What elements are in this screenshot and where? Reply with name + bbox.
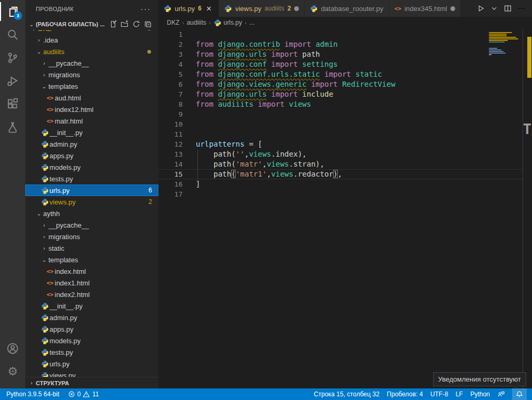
breadcrumb-item[interactable]: ... [249, 19, 255, 26]
line-number: 12 [158, 139, 183, 149]
more-icon[interactable] [517, 4, 526, 13]
tab-views.py[interactable]: views.py audiiits 2 [219, 0, 305, 17]
language-mode[interactable]: Python [470, 391, 490, 398]
code-line-6[interactable]: 6from django.views.generic import Redire… [158, 79, 523, 89]
modified-dot-icon [294, 6, 299, 11]
tree-item-__init__.py[interactable]: __init__.py [25, 127, 158, 138]
activity-item-settings[interactable]: ⚙ [0, 360, 25, 383]
tree-item-aythh[interactable]: ⌄aythh [25, 208, 158, 219]
tree-item-apps.py[interactable]: apps.py [25, 150, 158, 161]
tree-item-models.py[interactable]: models.py [25, 161, 158, 173]
tab-database_roouter.py[interactable]: database_roouter.py [305, 0, 389, 17]
collapse-all-icon[interactable] [144, 20, 152, 28]
code-line-8[interactable]: 8from audiiits import views [158, 99, 523, 109]
outline-section-header[interactable]: › СТРУКТУРА [25, 377, 158, 388]
tree-item-__pycache__[interactable]: ›__pycache__ [25, 57, 158, 69]
eol[interactable]: LF [456, 391, 463, 398]
python-interpreter[interactable]: Python 3.9.5 64-bit [6, 391, 59, 398]
activity-item-explorer[interactable]: 3 [0, 0, 25, 23]
tree-item-apps.py[interactable]: apps.py [25, 323, 158, 335]
tree-item-tests.py[interactable]: tests.py [25, 346, 158, 358]
outline-section-label: СТРУКТУРА [36, 380, 69, 386]
tree-item-index1.html[interactable]: <>index1.html [25, 277, 158, 289]
line-number: 16 [158, 179, 183, 189]
code-line-1[interactable]: 1 [158, 29, 523, 39]
close-icon[interactable]: ✕ [205, 5, 213, 13]
code-line-10[interactable]: 10 [158, 119, 523, 129]
tree-item-__init__.py[interactable]: __init__.py [25, 300, 158, 312]
new-file-icon[interactable] [109, 20, 117, 28]
tree-item-index2.html[interactable]: <>index2.html [25, 289, 158, 300]
code-line-7[interactable]: 7from django.urls import include [158, 89, 523, 99]
html-icon: <> [45, 268, 55, 275]
notifications-button[interactable] [512, 388, 527, 400]
tree-item-templates[interactable]: ⌄templates [25, 80, 158, 92]
tab-urls.py[interactable]: urls.py 6 ✕ [158, 0, 219, 17]
tree-item-urls.py[interactable]: urls.py [25, 358, 158, 370]
gear-icon: ⚙ [7, 366, 18, 377]
code-line-12[interactable]: 12urlpatterns = [ [158, 139, 523, 149]
problems-status[interactable]: 0 11 [68, 391, 99, 398]
code-editor[interactable]: 1 2from django.contrib import admin 3fro… [158, 28, 532, 388]
code-line-3[interactable]: 3from django.urls import path [158, 49, 523, 59]
activity-item-accounts[interactable] [0, 337, 25, 360]
new-folder-icon[interactable] [121, 20, 129, 28]
tree-item-aud.html[interactable]: <>aud.html [25, 92, 158, 104]
code-line-11[interactable]: 11 [158, 129, 523, 139]
tree-item-urls.py[interactable]: urls.py6 [25, 184, 158, 196]
tab-index345.html[interactable]: <>index345.html [389, 0, 460, 17]
code-line-9[interactable]: 9 [158, 109, 523, 119]
activity-item-source-control[interactable] [0, 46, 25, 69]
code-line-2[interactable]: 2from django.contrib import admin [158, 39, 523, 49]
split-editor-icon[interactable] [504, 4, 512, 13]
activity-item-run-debug[interactable] [0, 69, 25, 93]
code-line-5[interactable]: 5from django.conf.urls.static import sta… [158, 69, 523, 79]
tree-item-migrations[interactable]: ›migrations [25, 69, 158, 80]
minimap[interactable] [488, 28, 523, 388]
workspace-section-header[interactable]: ⌄ (РАБОЧАЯ ОБЛАСТЬ) ... [25, 18, 158, 30]
tree-item-admin.py[interactable]: admin.py [25, 138, 158, 150]
tree-item-DKZ[interactable]: ⌄DKZ [25, 30, 158, 34]
code-line-17[interactable]: 17 [158, 189, 523, 199]
tree-item-templates[interactable]: ⌄templates [25, 254, 158, 265]
tree-item-.idea[interactable]: ›.idea [25, 34, 158, 46]
run-icon[interactable] [476, 4, 485, 13]
explorer-sidebar: ПРОВОДНИК ··· ⌄ (РАБОЧАЯ ОБЛАСТЬ) ... ⌄D… [25, 0, 158, 388]
code-line-16[interactable]: 16] [158, 179, 523, 189]
code-line-14[interactable]: 14 path('matr',views.stran), [158, 159, 523, 169]
python-icon [40, 314, 49, 322]
code-line-4[interactable]: 4from django.conf import settings [158, 59, 523, 69]
tree-item-views.py[interactable]: views.py [25, 370, 158, 377]
breadcrumb-item[interactable]: urls.py [214, 19, 242, 27]
refresh-icon[interactable] [132, 20, 140, 28]
chevron-down-icon[interactable] [490, 4, 498, 13]
tree-item-index12.html[interactable]: <>index12.html [25, 104, 158, 115]
code-line-15[interactable]: 15 path('matr1',views.redactor), [158, 169, 523, 179]
activity-item-testing[interactable] [0, 116, 25, 139]
activity-item-extensions[interactable] [0, 93, 25, 116]
tree-item-tests.py[interactable]: tests.py [25, 173, 158, 184]
tree-item-index.html[interactable]: <>index.html [25, 265, 158, 277]
breadcrumb: DKZ›audiiits›urls.py›... [158, 17, 532, 28]
tree-item-matr.html[interactable]: <>matr.html [25, 115, 158, 127]
tree-item-audiiits[interactable]: ⌄audiiits [25, 46, 158, 57]
activity-item-search[interactable] [0, 23, 25, 46]
breadcrumb-item[interactable]: audiiits [187, 19, 206, 26]
tree-item-static[interactable]: ›static [25, 242, 158, 254]
scrollbar[interactable] [523, 28, 532, 388]
encoding[interactable]: UTF-8 [430, 391, 448, 398]
tree-item-models.py[interactable]: models.py [25, 335, 158, 346]
extensions-icon [6, 98, 19, 110]
indentation[interactable]: Пробелов: 4 [387, 391, 423, 398]
breadcrumb-item[interactable]: DKZ [167, 19, 179, 26]
tree-item-views.py[interactable]: views.py2 [25, 196, 158, 208]
breadcrumb-separator: › [244, 19, 248, 26]
tree-item-__pycache__[interactable]: ›__pycache__ [25, 219, 158, 231]
tree-item-admin.py[interactable]: admin.py [25, 312, 158, 323]
cursor-position[interactable]: Строка 15, столбец 32 [314, 391, 379, 398]
tree-item-migrations[interactable]: ›migrations [25, 231, 158, 242]
feedback-button[interactable] [497, 391, 505, 398]
code-line-13[interactable]: 13 path('',views.index), [158, 149, 523, 159]
sidebar-more-icon[interactable]: ··· [140, 0, 158, 18]
python-icon [40, 198, 49, 206]
